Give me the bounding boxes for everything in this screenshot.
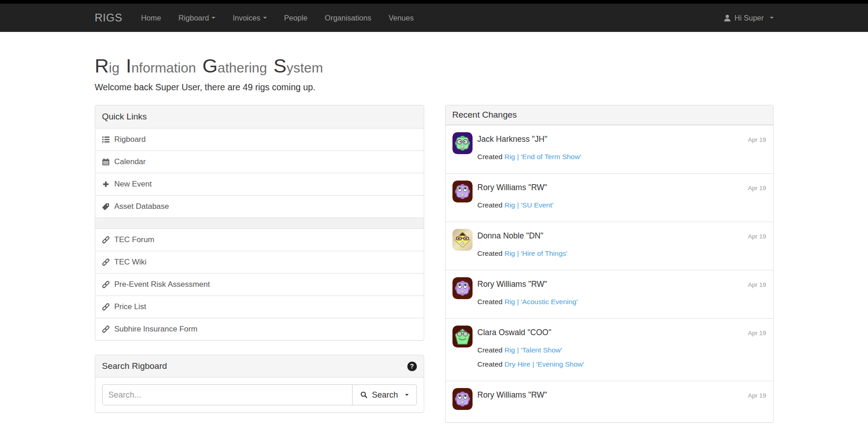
change-link[interactable]: Rig | 'Hire of Things' [504,249,567,257]
quick-links-separator [95,218,424,228]
nav-item-rigboard[interactable]: Rigboard [170,4,224,32]
link-icon [102,303,109,311]
user-avatar [452,388,473,410]
user-avatar [452,229,473,251]
change-date: Apr 19 [748,281,766,288]
change-item: Clara Oswald "COO" Apr 19 Created Rig | … [446,318,773,381]
calendar-icon [102,158,109,166]
user-avatar [452,132,473,154]
change-item: Rory Williams "RW" Apr 19 Created Rig | … [446,270,773,318]
change-date: Apr 19 [748,330,766,337]
nav-item-people[interactable]: People [275,4,316,32]
quick-link-rigboard[interactable]: Rigboard [95,129,424,150]
link-icon [102,281,109,288]
search-input[interactable] [102,384,353,405]
user-menu[interactable]: Hi Super [723,14,773,22]
user-avatar [452,326,473,347]
link-icon [102,326,109,333]
change-item: Rory Williams "RW" Apr 19 Created Rig | … [446,173,773,222]
search-rigboard-panel: Search Rigboard ? Search [95,355,424,413]
quick-link-tec-forum[interactable]: TEC Forum [95,228,424,251]
person-name: Rory Williams "RW" [478,280,547,289]
quick-link-pre-event-risk-assessment[interactable]: Pre-Event Risk Assessment [95,273,424,295]
page-title: RigInformationGatheringSystem [95,56,774,76]
quick-links-title: Quick Links [95,105,424,129]
welcome-message: Welcome back Super User, there are 49 ri… [95,82,774,93]
search-icon [360,391,368,399]
recent-changes-title: Recent Changes [446,105,773,125]
person-name: Donna Noble "DN" [478,231,544,241]
top-strip [0,0,868,4]
chevron-down-icon [770,17,774,19]
help-icon[interactable]: ? [407,362,417,371]
change-link[interactable]: Rig | 'SU Event' [504,201,553,209]
quick-links-list: Rigboard Calendar New Event Asset Databa… [95,129,424,340]
search-button[interactable]: Search [352,384,416,405]
quick-link-new-event[interactable]: New Event [95,173,424,195]
tag-icon [102,203,109,210]
change-item: Donna Noble "DN" Apr 19 Created Rig | 'H… [446,222,773,270]
navbar: RIGS Home Rigboard Invoices People Organ… [0,4,868,32]
person-name: Clara Oswald "COO" [478,328,551,337]
quick-link-tec-wiki[interactable]: TEC Wiki [95,251,424,273]
change-link[interactable]: Dry Hire | 'Evening Show' [504,360,584,368]
brand-logo[interactable]: RIGS [95,11,123,24]
nav-items: Home Rigboard Invoices People Organisati… [132,4,422,32]
user-avatar [452,181,473,202]
change-link[interactable]: Rig | 'End of Term Show' [504,153,581,161]
user-avatar [452,277,473,299]
user-menu-label: Hi Super [734,14,764,22]
link-icon [102,236,109,243]
person-name: Rory Williams "RW" [478,390,547,400]
change-item: Jack Harkness "JH" Apr 19 Created Rig | … [446,125,773,173]
change-date: Apr 19 [748,233,766,240]
person-name: Jack Harkness "JH" [478,135,547,144]
quick-links-panel: Quick Links Rigboard Calendar New Event [95,105,424,341]
change-item: Rory Williams "RW" Apr 19 [446,381,773,422]
change-link[interactable]: Rig | 'Acoustic Evening' [504,298,578,306]
change-date: Apr 19 [748,185,766,192]
change-link[interactable]: Rig | 'Talent Show' [504,346,562,354]
quick-link-asset-database[interactable]: Asset Database [95,195,424,218]
quick-link-price-list[interactable]: Price List [95,295,424,318]
search-panel-title: Search Rigboard [102,361,167,371]
person-icon [723,14,731,22]
nav-item-home[interactable]: Home [132,4,170,32]
nav-item-invoices[interactable]: Invoices [224,4,275,32]
quick-link-subhire-insurance-form[interactable]: Subhire Insurance Form [95,318,424,340]
change-date: Apr 19 [748,392,766,399]
nav-item-venues[interactable]: Venues [380,4,422,32]
quick-link-calendar[interactable]: Calendar [95,150,424,173]
link-icon [102,259,109,266]
recent-changes-panel: Recent Changes Jack Harkness "JH" Apr 19… [445,105,774,423]
change-date: Apr 19 [748,136,766,143]
chevron-down-icon [212,17,215,19]
plus-icon [102,181,109,188]
person-name: Rory Williams "RW" [478,183,547,192]
nav-item-organisations[interactable]: Organisations [316,4,380,32]
list-icon [102,136,109,143]
chevron-down-icon [263,17,267,19]
chevron-down-icon [405,394,409,396]
